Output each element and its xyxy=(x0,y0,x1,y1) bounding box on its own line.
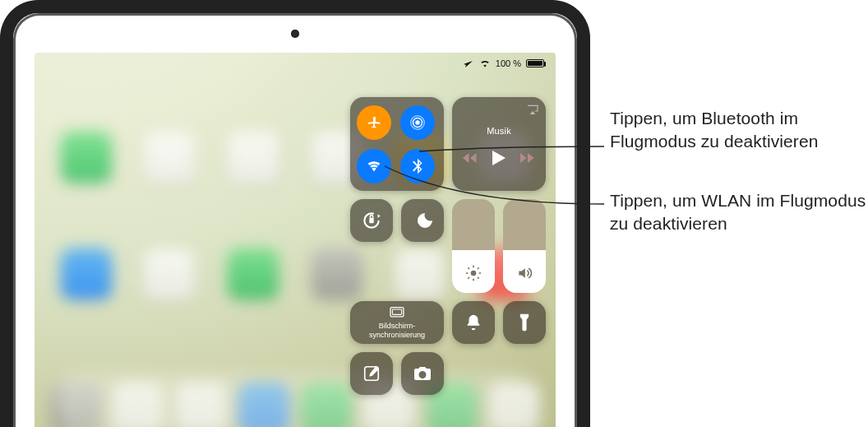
mirror-label-1: Bildschirm- xyxy=(379,322,416,331)
brightness-slider[interactable] xyxy=(452,199,495,293)
media-controls xyxy=(463,151,535,167)
flashlight-icon xyxy=(516,313,533,332)
volume-icon xyxy=(516,265,533,285)
battery-text: 100 % xyxy=(496,58,521,68)
airdrop-toggle[interactable] xyxy=(400,105,435,140)
rewind-button[interactable] xyxy=(463,152,478,165)
camera-button[interactable] xyxy=(401,352,444,395)
airplane-icon xyxy=(365,114,383,132)
callout-wlan: Tippen, um WLAN im Flugmodus zu deaktivi… xyxy=(610,189,868,236)
compose-icon xyxy=(362,364,381,383)
silent-mode-toggle[interactable] xyxy=(452,301,495,344)
do-not-disturb-icon xyxy=(413,211,432,230)
battery-icon xyxy=(526,59,544,67)
camera-icon xyxy=(413,365,432,382)
mirror-label-2: synchronisierung xyxy=(369,331,425,340)
play-icon xyxy=(492,151,506,165)
rotation-lock-icon xyxy=(361,210,382,231)
svg-point-7 xyxy=(471,271,477,276)
airplay-icon[interactable] xyxy=(526,104,539,117)
media-title: Musik xyxy=(487,126,511,136)
brightness-icon xyxy=(465,265,482,285)
volume-slider[interactable] xyxy=(503,199,546,293)
ipad-frame: 100 % xyxy=(0,0,590,427)
svg-line-12 xyxy=(468,267,469,269)
wifi-status-icon xyxy=(479,58,491,68)
rotation-lock-toggle[interactable] xyxy=(350,199,393,242)
spacer xyxy=(350,250,393,293)
svg-point-0 xyxy=(415,120,420,125)
notes-compose-button[interactable] xyxy=(350,352,393,395)
airdrop-icon xyxy=(409,114,427,132)
wifi-toggle[interactable] xyxy=(357,149,391,183)
bell-icon xyxy=(464,313,482,332)
media-card[interactable]: Musik xyxy=(452,97,546,191)
screen-mirroring-button[interactable]: Bildschirm- synchronisierung xyxy=(350,301,444,344)
forward-icon xyxy=(520,152,535,164)
bluetooth-toggle[interactable] xyxy=(400,149,435,183)
connectivity-group[interactable] xyxy=(350,97,444,191)
wifi-icon xyxy=(365,157,383,175)
svg-rect-6 xyxy=(392,309,401,314)
flashlight-button[interactable] xyxy=(503,301,546,344)
screen-mirroring-icon xyxy=(389,306,405,319)
rewind-icon xyxy=(463,152,478,164)
do-not-disturb-toggle[interactable] xyxy=(401,199,444,242)
svg-line-15 xyxy=(478,267,479,269)
callout-bluetooth: Tippen, um Bluetooth im Flugmodus zu dea… xyxy=(610,107,868,154)
play-button[interactable] xyxy=(492,151,506,167)
forward-button[interactable] xyxy=(520,152,535,165)
svg-line-13 xyxy=(478,277,479,279)
bluetooth-icon xyxy=(409,157,427,175)
status-bar: 100 % xyxy=(463,58,544,69)
svg-rect-4 xyxy=(369,218,373,224)
airplane-mode-toggle[interactable] xyxy=(357,105,391,140)
airplane-status-icon xyxy=(463,58,474,69)
spacer xyxy=(401,250,444,293)
svg-line-14 xyxy=(468,277,469,279)
screen: 100 % xyxy=(35,53,556,427)
control-center: Musik xyxy=(342,97,546,395)
front-camera xyxy=(291,30,299,38)
